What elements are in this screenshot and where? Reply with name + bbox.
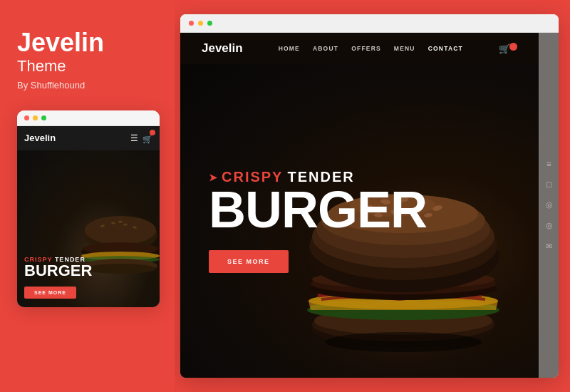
nav-offers[interactable]: OFFERS	[351, 45, 381, 52]
desktop-cart[interactable]: 🛒	[499, 43, 517, 54]
sidebar-icon-mail[interactable]: ✉	[546, 242, 552, 251]
nav-home[interactable]: HOME	[279, 45, 300, 52]
website: Jevelin HOME ABOUT OFFERS MENU CONTACT 🛒	[180, 33, 539, 378]
brand-title: Jevelin	[17, 29, 157, 57]
cart-icon: 🛒	[142, 135, 152, 143]
dot-yellow	[33, 115, 38, 120]
mobile-logo: Jevelin	[24, 133, 56, 143]
website-nav: HOME ABOUT OFFERS MENU CONTACT	[279, 45, 463, 52]
mobile-cart[interactable]: 🛒	[142, 132, 152, 145]
sidebar-icon-menu[interactable]: ≡	[546, 160, 551, 168]
mobile-nav-icons: ☰ 🛒	[130, 132, 152, 145]
cart-icon-desktop: 🛒	[499, 43, 510, 54]
sidebar-icon-layout[interactable]: ◻	[546, 180, 552, 189]
desktop-dot-green	[207, 21, 212, 26]
sidebar-icon-circle[interactable]: ◎	[546, 200, 553, 210]
nav-contact[interactable]: CONTACT	[428, 45, 463, 52]
right-panel: Jevelin HOME ABOUT OFFERS MENU CONTACT 🛒	[175, 0, 570, 392]
mobile-header: Jevelin ☰ 🛒	[17, 126, 160, 150]
see-more-button[interactable]: SEE MORE	[209, 250, 289, 273]
sidebar-icon-target[interactable]: ◎	[546, 221, 553, 230]
svg-point-42	[325, 332, 482, 352]
mobile-browser-bar	[17, 110, 160, 126]
hamburger-icon[interactable]: ☰	[130, 133, 138, 143]
svg-point-1	[85, 216, 156, 244]
desktop-dot-red	[189, 21, 194, 26]
left-panel: Jevelin Theme By Shufflehound Jevelin ☰ …	[0, 0, 175, 392]
brand-by: By Shufflehound	[17, 80, 157, 91]
right-sidebar: ≡ ◻ ◎ ◎ ✉	[539, 33, 559, 378]
dot-red	[24, 115, 29, 120]
desktop-browser: Jevelin HOME ABOUT OFFERS MENU CONTACT 🛒	[180, 14, 559, 378]
brand-subtitle: Theme	[17, 57, 157, 76]
desktop-content: Jevelin HOME ABOUT OFFERS MENU CONTACT 🛒	[180, 33, 559, 378]
cart-badge-desktop	[509, 43, 517, 51]
mobile-see-more-button[interactable]: SEE MORE	[24, 287, 76, 299]
mobile-mockup: Jevelin ☰ 🛒	[17, 110, 160, 307]
mobile-hero-text: CRISPY TENDER BURGER SEE MORE	[17, 250, 160, 307]
cart-badge	[150, 130, 155, 135]
mobile-hero: CRISPY TENDER BURGER SEE MORE	[17, 150, 160, 307]
svg-point-6	[118, 220, 123, 222]
website-navbar: Jevelin HOME ABOUT OFFERS MENU CONTACT 🛒	[180, 33, 539, 64]
nav-about[interactable]: ABOUT	[313, 45, 338, 52]
dot-green	[41, 115, 46, 120]
mobile-burger-text: BURGER	[24, 263, 152, 279]
hero-burger-text: BURGER	[209, 187, 427, 233]
website-hero: ➤ CRISPY TENDER BURGER SEE MORE	[180, 64, 539, 378]
hero-text-area: ➤ CRISPY TENDER BURGER SEE MORE	[180, 169, 427, 273]
desktop-browser-bar	[180, 14, 559, 33]
nav-menu[interactable]: MENU	[394, 45, 415, 52]
desktop-dot-yellow	[198, 21, 203, 26]
website-logo: Jevelin	[202, 41, 243, 56]
